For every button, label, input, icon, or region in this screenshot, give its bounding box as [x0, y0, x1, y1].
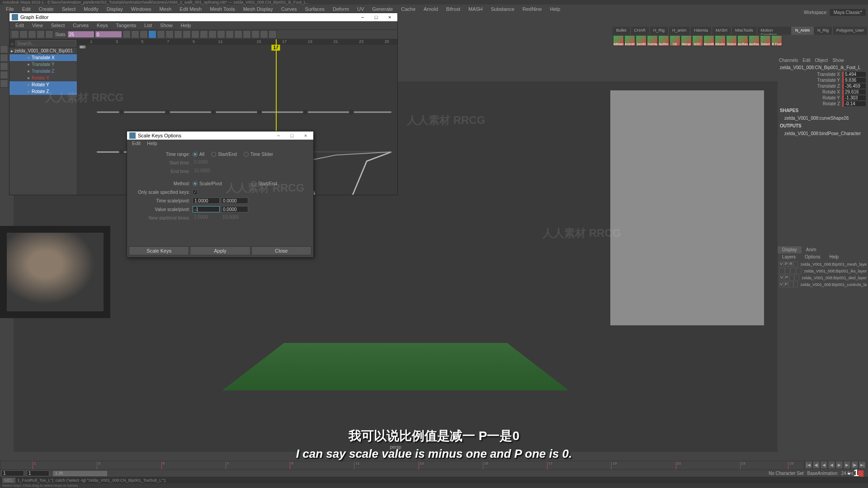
time-slider-track[interactable]: 1 3 5 7 9 11 13 15 17 19 21 23 25 — [0, 461, 805, 470]
ge-stats-frame-input[interactable] — [67, 31, 94, 38]
shelf-icon-allmast[interactable]: AllMast — [613, 35, 624, 46]
dp-tab-display[interactable]: Display — [778, 246, 802, 253]
ge-lock-weight-icon[interactable] — [251, 30, 259, 38]
shelf-icon-nurbs[interactable]: NuRbs — [658, 35, 669, 46]
ge-menu-list[interactable]: List — [141, 22, 156, 29]
ge-frame-all-icon[interactable] — [123, 30, 131, 38]
dp-menu-help[interactable]: Help — [825, 253, 843, 261]
ge-free-weight-icon[interactable] — [243, 30, 251, 38]
cb-tab-edit[interactable]: Edit — [802, 58, 810, 63]
shelf-icon-rfoot[interactable]: R Foot — [771, 35, 782, 46]
ge-move-nearest-icon[interactable] — [11, 30, 19, 38]
ge-menu-curves[interactable]: Curves — [69, 22, 92, 29]
method-startend-radio[interactable] — [251, 181, 256, 186]
ge-attr-translate-z[interactable]: Translate Z — [9, 68, 77, 75]
dp-menu-layers[interactable]: Layers — [778, 253, 800, 261]
ge-unify-tangent-icon[interactable] — [234, 30, 242, 38]
value-pivot-input[interactable] — [221, 206, 248, 212]
menu-meshtools[interactable]: Mesh Tools — [206, 5, 238, 13]
shelf-icon-select2[interactable]: Select — [760, 35, 771, 46]
shelf-icon-worldb[interactable]: WorldB — [703, 35, 714, 46]
ge-menu-help[interactable]: Help — [177, 22, 195, 29]
anim-layer-dropdown[interactable]: BaseAnimation — [807, 471, 837, 476]
minimize-icon[interactable]: − — [356, 13, 369, 21]
shelf-icon-select1[interactable]: Select — [726, 35, 737, 46]
ge-insert-key-icon[interactable] — [19, 30, 28, 38]
menu-cache[interactable]: Cache — [397, 5, 419, 13]
cb-output-node[interactable]: zelda_V001_008:bindPose_Character — [778, 130, 868, 137]
shelf-icon-animm[interactable]: AnimM — [624, 35, 635, 46]
ge-attr-rotate-x[interactable]: Rotate X — [9, 75, 77, 81]
character-set-dropdown[interactable]: No Character Set — [769, 471, 803, 476]
anim-start-input[interactable] — [1, 470, 24, 476]
shelf-tab-bullet[interactable]: Bullet — [613, 27, 631, 35]
step-back-icon[interactable]: ◀ — [820, 461, 828, 469]
shelf-icon-merge[interactable]: Merge — [681, 35, 692, 46]
cb-translate-y-row[interactable]: Translate Y9.836 — [778, 77, 868, 83]
menu-uv[interactable]: UV — [354, 5, 368, 13]
cb-rotate-y-row[interactable]: Rotate Y-1.303 — [778, 95, 868, 101]
ge-frame-playback-icon[interactable] — [131, 30, 139, 38]
dialog-maximize-icon[interactable]: □ — [285, 131, 299, 140]
ge-menu-show[interactable]: Show — [156, 22, 176, 29]
go-to-end-icon[interactable]: ▶| — [859, 461, 866, 469]
menu-bifrost[interactable]: Bifrost — [443, 5, 464, 13]
menu-help[interactable]: Help — [547, 5, 564, 13]
scale-tool-icon[interactable] — [0, 80, 8, 88]
layer-iks[interactable]: zelda_V001_008:Bip001_iks_layer — [778, 267, 868, 274]
graph-editor-titlebar[interactable]: Graph Editor − □ × — [9, 13, 397, 21]
go-to-start-icon[interactable]: |◀ — [805, 461, 812, 469]
time-range-startend-radio[interactable] — [211, 152, 216, 157]
ge-step-tangent-icon[interactable] — [191, 30, 199, 38]
only-scale-checkbox[interactable]: ✓ — [193, 190, 198, 195]
shelf-tab-char[interactable]: CHAR — [631, 27, 650, 35]
time-range-all-radio[interactable] — [193, 152, 198, 157]
ge-menu-view[interactable]: View — [28, 22, 47, 29]
menu-mash[interactable]: MASH — [465, 5, 486, 13]
workspace-value[interactable]: Maya Classic* — [830, 9, 866, 16]
shelf-icon-ge[interactable]: GE — [670, 35, 680, 46]
ge-menu-keys[interactable]: Keys — [93, 22, 111, 29]
menu-mesh[interactable]: Mesh — [156, 5, 175, 13]
shelf-icon-asdf2[interactable]: asdfwq — [749, 35, 760, 46]
range-start-input[interactable] — [27, 470, 49, 476]
ge-node-header[interactable]: ▸ zelda_V001_008:CN_Bip001 — [9, 47, 77, 54]
shelf-icon-asdf1[interactable]: asdfwq — [737, 35, 748, 46]
ge-menu-select[interactable]: Select — [47, 22, 69, 29]
dp-tab-anim[interactable]: Anim — [802, 246, 821, 253]
apply-button[interactable]: Apply — [190, 246, 250, 255]
layer-controls[interactable]: V P zelda_V001_008:Bip001_controls_la — [778, 281, 868, 288]
layer-mesh[interactable]: V P R zelda_V001_008:Bip001_mesh_laye — [778, 261, 868, 267]
lasso-tool-icon[interactable] — [0, 54, 8, 62]
cb-translate-z-row[interactable]: Translate Z-36.459 — [778, 83, 868, 89]
step-back-key-icon[interactable]: ◀| — [812, 461, 820, 469]
maximize-icon[interactable]: □ — [369, 13, 383, 21]
cb-rotate-x-row[interactable]: Rotate X29.616 — [778, 89, 868, 95]
dialog-close-icon[interactable]: × — [299, 131, 312, 140]
ge-attr-translate-y[interactable]: Translate Y — [9, 61, 77, 68]
menu-modify[interactable]: Modify — [80, 5, 102, 13]
ge-attr-translate-x[interactable]: Translate X — [9, 54, 77, 61]
menu-curves[interactable]: Curves — [278, 5, 301, 13]
play-forward-icon[interactable]: ▶ — [835, 461, 843, 469]
ge-menu-edit[interactable]: Edit — [12, 22, 28, 29]
ge-pre-inf-icon[interactable] — [260, 30, 268, 38]
shelf-tab-misc[interactable]: MiscTools — [731, 27, 757, 35]
ge-attr-rotate-z[interactable]: Rotate Z — [9, 88, 77, 95]
ge-time-ruler[interactable]: 1 3 5 7 9 11 15 17 19 21 23 25 — [77, 39, 397, 45]
dp-menu-options[interactable]: Options — [800, 253, 825, 261]
time-pivot-input[interactable] — [221, 197, 248, 204]
menu-meshdisplay[interactable]: Mesh Display — [240, 5, 277, 13]
ge-post-inf-icon[interactable] — [269, 30, 277, 38]
shelf-icon-wesani[interactable]: WesAni — [715, 35, 726, 46]
menu-file[interactable]: File — [2, 5, 18, 13]
ge-auto-tangent-icon[interactable] — [208, 30, 217, 38]
time-range-slider-radio[interactable] — [244, 152, 249, 157]
cb-tab-channels[interactable]: Channels — [779, 58, 798, 63]
rotate-tool-icon[interactable] — [0, 71, 8, 79]
ge-spline-tangent-icon[interactable] — [157, 30, 165, 38]
cb-translate-x-row[interactable]: Translate X5.494 — [778, 71, 868, 77]
ge-clamped-tangent-icon[interactable] — [165, 30, 174, 38]
close-button[interactable]: Close — [251, 246, 311, 255]
shelf-icon-jointm[interactable]: JointM — [636, 35, 646, 46]
